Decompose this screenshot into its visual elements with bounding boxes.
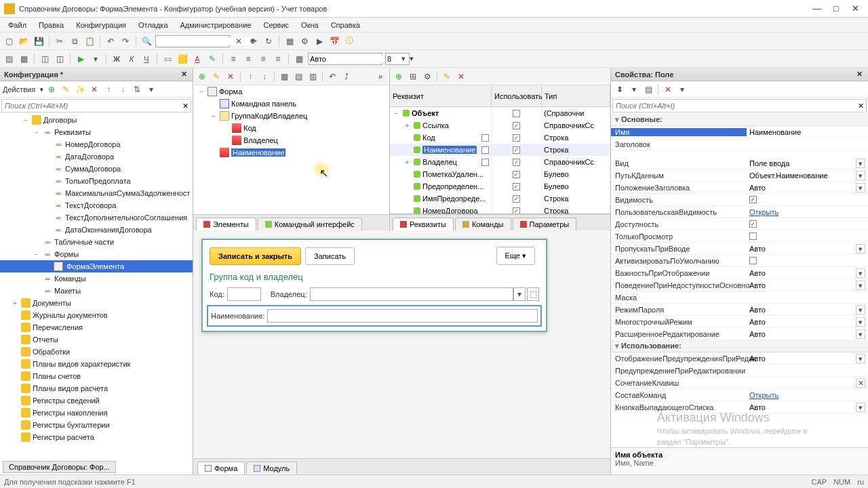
save-icon[interactable]: 💾 <box>33 35 45 47</box>
ft-up-icon[interactable]: ↑ <box>244 70 256 83</box>
prop-row[interactable]: ПоложениеЗаголовкаАвто▾ <box>611 182 868 194</box>
italic-icon[interactable]: К <box>125 53 138 65</box>
redo-icon[interactable]: ↷ <box>119 35 132 47</box>
cfg-node[interactable]: Перечисления <box>0 321 193 333</box>
prop-group[interactable]: Использование: <box>611 340 868 352</box>
clear-icon[interactable]: ✕ <box>233 35 245 47</box>
prop-row[interactable]: ИмяНаименование <box>611 126 868 138</box>
props-search-clear[interactable]: ✕ <box>855 102 866 110</box>
props-x-icon[interactable]: ✕ <box>662 83 674 96</box>
underline-icon[interactable]: Ч <box>140 53 153 65</box>
align-r-icon[interactable]: ≡ <box>257 53 269 65</box>
menu-Файл[interactable]: Файл <box>3 20 32 30</box>
config-search-input[interactable] <box>2 102 180 110</box>
rq-del-icon[interactable]: ✕ <box>455 70 467 83</box>
cfg-node[interactable]: ФормаЭлемента <box>0 260 193 272</box>
prop-row[interactable]: МногострочныйРежимАвто▾ <box>611 316 868 328</box>
req-row[interactable]: Код✓Строка <box>390 131 610 144</box>
align-j-icon[interactable]: ≡ <box>272 53 284 65</box>
reqcol-use[interactable]: Использовать <box>492 85 542 106</box>
hilite-icon[interactable]: ✎ <box>206 53 218 65</box>
reqcol-name[interactable]: Реквизит <box>390 85 492 106</box>
cfg-node[interactable]: Обработки <box>0 346 193 358</box>
tab-commands[interactable]: Команды <box>455 218 511 230</box>
cfg-node[interactable]: ═ТекстДополнительногоСоглашения <box>0 211 193 224</box>
props-dd-icon[interactable]: ▾ <box>676 83 688 96</box>
prop-row[interactable]: ПоведениеПриНедоступностиОсновноАвто▾ <box>611 279 868 291</box>
cfg-node[interactable]: ═ДатаДоговора <box>0 150 193 163</box>
open-icon[interactable]: 📂 <box>18 35 30 47</box>
ft-more-icon[interactable]: » <box>374 70 387 83</box>
run-icon[interactable]: ▶ <box>75 53 87 65</box>
prop-group[interactable]: Основные: <box>611 114 868 126</box>
ft-undo-icon[interactable]: ↶ <box>326 70 338 83</box>
help-icon[interactable]: ⓘ <box>343 35 355 47</box>
more-button[interactable]: Еще ▾ <box>496 247 535 265</box>
bold-icon[interactable]: Ж <box>111 53 123 65</box>
cfg-node[interactable]: ═ТекстДоговора <box>0 199 193 211</box>
form-node[interactable]: Код <box>193 122 389 134</box>
db-icon[interactable]: ▦ <box>283 35 296 47</box>
prop-row[interactable]: ПропускатьПриВводеАвто▾ <box>611 243 868 255</box>
cfg-node[interactable]: Регистры расчета <box>0 431 193 443</box>
save-close-button[interactable]: Записать и закрыть <box>210 247 301 265</box>
paste-icon[interactable]: 📋 <box>83 35 96 47</box>
maximize-button[interactable]: □ <box>831 3 841 14</box>
align-l-icon[interactable]: ≡ <box>227 53 239 65</box>
tab-requisites[interactable]: Реквизиты <box>393 218 454 230</box>
prop-row[interactable]: ТолькоПросмотр <box>611 230 868 243</box>
ft-edit-icon[interactable]: ✎ <box>210 70 222 83</box>
req-row[interactable]: Предопределен...✓Булево <box>390 180 610 192</box>
wand-icon[interactable]: ✨ <box>74 83 86 96</box>
cfg-node[interactable]: −═Формы <box>0 248 193 260</box>
save-button[interactable]: Записать <box>305 247 355 265</box>
cfg-node[interactable]: ═НомерДоговора <box>0 138 193 150</box>
owner-open-icon[interactable]: ⬚ <box>527 287 539 301</box>
form-node[interactable]: −Форма <box>193 85 389 98</box>
new-icon[interactable]: ▢ <box>3 35 15 47</box>
minimize-button[interactable]: — <box>812 3 822 14</box>
ft-g2-icon[interactable]: ▤ <box>292 70 304 83</box>
cfg-node[interactable]: ═СуммаДоговора <box>0 163 193 175</box>
req-row[interactable]: +Ссылка✓СправочникСс <box>390 119 610 131</box>
req-row[interactable]: НомерДоговора✓Строка <box>390 205 610 214</box>
config-close-icon[interactable]: ✕ <box>179 70 189 79</box>
prop-row[interactable]: Маска <box>611 291 868 304</box>
prop-row[interactable]: АктивизироватьПоУмолчанию <box>611 255 868 267</box>
prop-row[interactable]: Заголовок <box>611 138 868 150</box>
ft-down-icon[interactable]: ↓ <box>258 70 271 83</box>
prop-row[interactable]: Видимость✓ <box>611 194 868 206</box>
tool-c[interactable]: ◫ <box>39 53 51 65</box>
form-node[interactable]: Командная панель <box>193 98 389 110</box>
cfg-icon[interactable]: ⚙ <box>298 35 311 47</box>
find-icon[interactable]: 🔍 <box>140 35 153 47</box>
tool-a[interactable]: ▤ <box>3 53 15 65</box>
size-combo[interactable]: ▾ <box>385 53 410 65</box>
form-node[interactable]: −ГруппаКодИВладелец <box>193 110 389 122</box>
add-icon[interactable]: ⊕ <box>45 83 58 96</box>
menu-Справка[interactable]: Справка <box>326 20 366 30</box>
fontcolor-icon[interactable]: A <box>191 53 203 65</box>
form-node[interactable]: Наименование <box>193 146 389 159</box>
tab-params[interactable]: Параметры <box>513 218 577 230</box>
calendar-icon[interactable]: 📅 <box>328 35 340 47</box>
props-search-input[interactable] <box>613 102 855 110</box>
cfg-node[interactable]: ═МаксимальнаяСуммаЗадолженност <box>0 187 193 199</box>
prop-row[interactable]: ПутьКДаннымОбъект.Наименование▾ <box>611 169 868 182</box>
cfg-node[interactable]: ═Макеты <box>0 285 193 297</box>
cfg-node[interactable]: Журналы документов <box>0 309 193 321</box>
req-row[interactable]: ИмяПредопреде...✓Строка <box>390 192 610 205</box>
prop-row[interactable]: РасширенноеРедактированиеАвто▾ <box>611 328 868 340</box>
menu-Отладка[interactable]: Отладка <box>133 20 173 30</box>
cfg-node[interactable]: +Документы <box>0 297 193 309</box>
tab-module[interactable]: Модуль <box>246 462 297 474</box>
close-button[interactable]: ✕ <box>850 3 860 14</box>
run-dd[interactable]: ▾ <box>90 53 102 65</box>
prop-row[interactable]: ПользовательскаяВидимостьОткрыть <box>611 206 868 218</box>
rq-addcol-icon[interactable]: ⊞ <box>407 70 419 83</box>
req-row[interactable]: +Владелец✓СправочникСс <box>390 156 610 168</box>
menu-Конфигурация[interactable]: Конфигурация <box>71 20 132 30</box>
sync-icon[interactable]: ↻ <box>262 35 275 47</box>
form-node[interactable]: Владелец <box>193 134 389 146</box>
cut-icon[interactable]: ✂ <box>54 35 66 47</box>
